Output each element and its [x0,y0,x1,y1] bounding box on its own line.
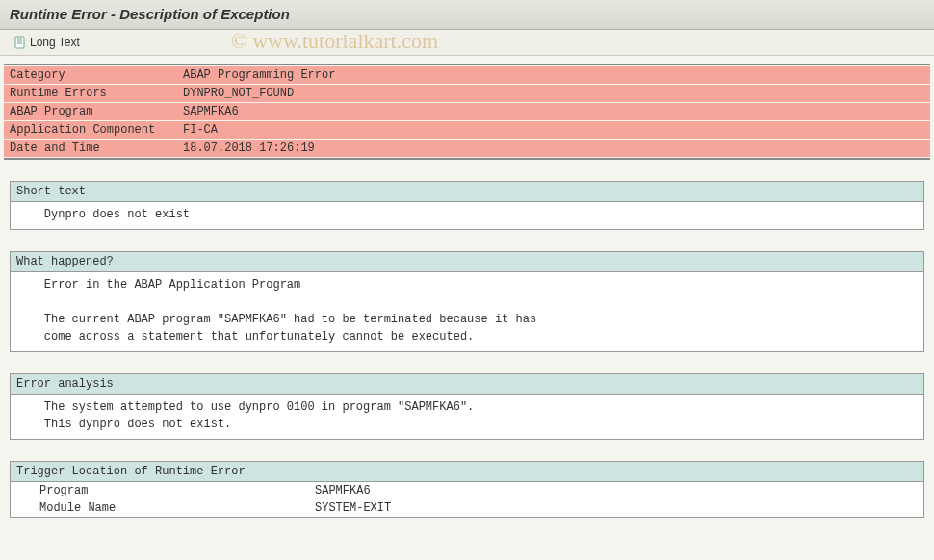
summary-row: Application Component FI-CA [4,121,930,139]
summary-value: DYNPRO_NOT_FOUND [177,85,930,102]
section-body: Error in the ABAP Application Program Th… [11,272,923,351]
trigger-label: Module Name [16,501,315,515]
summary-label: Application Component [4,121,177,139]
section-header: Short text [11,182,923,202]
trigger-value: SYSTEM-EXIT [315,501,391,515]
section-header: What happened? [11,252,923,272]
summary-label: Category [4,66,177,84]
title-bar: Runtime Error - Description of Exception [0,0,934,30]
summary-label: Runtime Errors [4,85,177,102]
short-text-section: Short text Dynpro does not exist [10,181,924,230]
summary-value: FI-CA [177,121,930,139]
summary-value: ABAP Programming Error [177,66,930,84]
summary-label: Date and Time [4,140,177,157]
section-body: Dynpro does not exist [11,202,923,229]
summary-row: Category ABAP Programming Error [4,66,930,84]
summary-value: SAPMFKA6 [177,103,930,120]
section-body: The system attempted to use dynpro 0100 … [11,395,923,439]
section-header: Trigger Location of Runtime Error [11,462,923,482]
trigger-row: Program SAPMFKA6 [11,482,923,499]
section-header: Error analysis [11,374,923,395]
trigger-label: Program [16,484,315,497]
long-text-label: Long Text [30,36,80,49]
summary-row: ABAP Program SAPMFKA6 [4,103,930,120]
summary-row: Runtime Errors DYNPRO_NOT_FOUND [4,85,930,102]
summary-value: 18.07.2018 17:26:19 [177,140,930,157]
trigger-row: Module Name SYSTEM-EXIT [11,499,923,517]
error-analysis-section: Error analysis The system attempted to u… [10,373,924,440]
trigger-location-section: Trigger Location of Runtime Error Progra… [10,461,924,518]
summary-table: Category ABAP Programming Error Runtime … [4,64,930,160]
trigger-value: SAPMFKA6 [315,484,371,497]
long-text-button[interactable]: Long Text [10,34,84,51]
summary-row: Date and Time 18.07.2018 17:26:19 [4,140,930,157]
svg-rect-0 [15,37,24,48]
toolbar: Long Text [0,30,934,56]
page-title: Runtime Error - Description of Exception [10,6,290,22]
document-icon [13,36,27,49]
summary-label: ABAP Program [4,103,177,120]
what-happened-section: What happened? Error in the ABAP Applica… [10,251,924,352]
content-area: Category ABAP Programming Error Runtime … [0,64,934,518]
